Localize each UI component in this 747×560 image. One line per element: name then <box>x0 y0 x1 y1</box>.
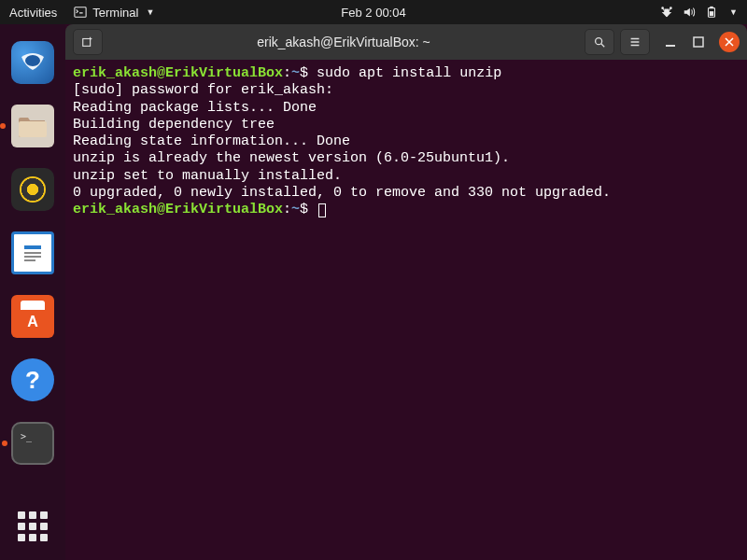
close-button[interactable] <box>719 32 740 52</box>
dock-ubuntu-software[interactable] <box>11 295 54 338</box>
activities-button[interactable]: Activities <box>9 6 57 20</box>
terminal-window: erik_akash@ErikVirtualBox: ~ erik_akash@… <box>65 24 747 560</box>
output-line: unzip is already the newest version (6.0… <box>73 150 510 166</box>
terminal-icon <box>74 6 87 19</box>
svg-rect-5 <box>710 7 713 8</box>
chevron-down-icon: ▼ <box>146 7 154 17</box>
minimize-icon <box>665 36 676 48</box>
svg-rect-12 <box>24 259 35 261</box>
command-text: sudo apt install unzip <box>317 65 501 81</box>
svg-rect-10 <box>24 252 41 254</box>
app-menu-label: Terminal <box>92 6 138 20</box>
close-icon <box>725 37 734 47</box>
prompt-user: erik_akash@ErikVirtualBox <box>73 202 283 217</box>
dock-rhythmbox[interactable] <box>11 168 54 211</box>
dock-thunderbird[interactable] <box>11 41 54 84</box>
menu-button[interactable] <box>620 29 650 55</box>
terminal-output[interactable]: erik_akash@ErikVirtualBox:~$ sudo apt in… <box>65 60 747 560</box>
svg-point-7 <box>25 55 40 66</box>
show-applications-button[interactable] <box>18 511 48 541</box>
output-line: 0 upgraded, 0 newly installed, 0 to remo… <box>73 185 611 201</box>
new-tab-icon <box>81 35 94 49</box>
battery-icon[interactable] <box>705 6 718 19</box>
new-tab-button[interactable] <box>73 29 103 55</box>
output-line: Reading package lists... Done <box>73 100 317 116</box>
hamburger-icon <box>628 35 641 49</box>
dock: ? >_ <box>0 24 65 560</box>
output-line: [sudo] password for erik_akash: <box>73 82 333 98</box>
search-button[interactable] <box>585 29 614 55</box>
dock-files[interactable] <box>11 105 54 147</box>
svg-point-14 <box>596 38 602 45</box>
prompt-path: ~ <box>291 65 300 81</box>
output-line: Reading state information... Done <box>73 133 350 149</box>
maximize-icon <box>693 36 704 48</box>
svg-rect-16 <box>694 37 703 47</box>
prompt-user: erik_akash@ErikVirtualBox <box>73 65 283 81</box>
top-panel: Activities Terminal ▼ Feb 2 00:04 ▼ <box>0 0 747 24</box>
network-icon[interactable] <box>660 6 673 19</box>
search-icon <box>593 35 606 49</box>
svg-rect-8 <box>19 121 47 137</box>
dock-help[interactable]: ? <box>11 358 54 401</box>
output-line: Building dependency tree <box>73 117 275 133</box>
svg-rect-11 <box>24 256 41 258</box>
dock-libreoffice-writer[interactable] <box>11 231 54 274</box>
svg-rect-0 <box>75 7 86 18</box>
svg-rect-6 <box>710 11 713 16</box>
window-title: erik_akash@ErikVirtualBox: ~ <box>108 35 579 49</box>
svg-rect-9 <box>24 245 41 249</box>
volume-icon[interactable] <box>683 6 696 19</box>
svg-rect-13 <box>83 39 91 47</box>
titlebar[interactable]: erik_akash@ErikVirtualBox: ~ <box>65 24 747 60</box>
app-menu[interactable]: Terminal ▼ <box>74 6 154 20</box>
system-menu-chevron-icon[interactable]: ▼ <box>729 7 738 17</box>
clock[interactable]: Feb 2 00:04 <box>341 6 405 20</box>
dock-terminal[interactable]: >_ <box>11 422 54 465</box>
cursor <box>318 203 326 217</box>
minimize-button[interactable] <box>663 35 678 49</box>
output-line: unzip set to manually installed. <box>73 168 342 184</box>
svg-rect-15 <box>666 45 675 47</box>
maximize-button[interactable] <box>691 35 706 49</box>
prompt-path: ~ <box>291 202 300 217</box>
